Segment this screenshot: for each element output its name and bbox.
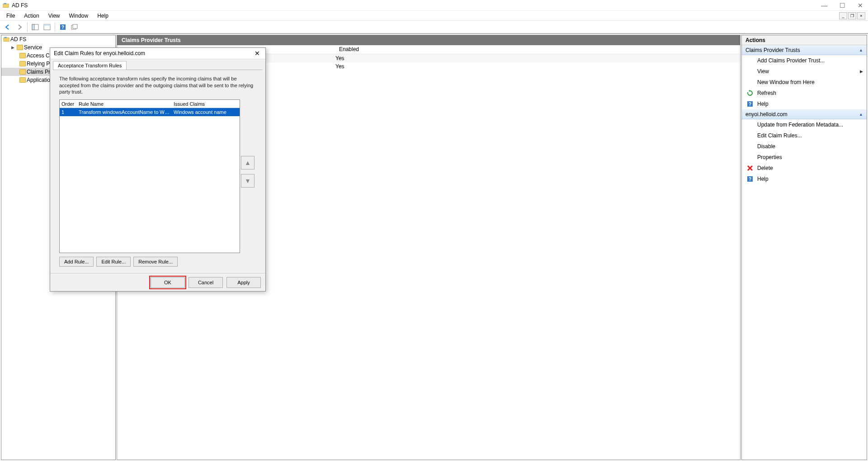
action-label: Update from Federation Metadata...	[757, 122, 843, 128]
svg-rect-0	[3, 4, 9, 7]
dialog-close-button[interactable]: ✕	[253, 50, 262, 57]
toolbar-show-hide-button[interactable]	[30, 22, 40, 32]
action-new-window[interactable]: New Window from Here	[742, 77, 867, 88]
folder-icon	[19, 69, 26, 75]
action-label: Disable	[757, 143, 775, 150]
svg-text:?: ?	[749, 102, 751, 107]
svg-rect-1	[4, 3, 6, 4]
center-header: Claims Provider Trusts	[117, 35, 740, 45]
actions-pane: Actions Claims Provider Trusts ▲ Add Cla…	[741, 35, 867, 460]
cell-rule-name: Transform windowsAccountName to Win...	[77, 109, 172, 115]
action-label: Properties	[757, 154, 782, 160]
dialog-description: The following acceptance transform rules…	[59, 75, 256, 95]
col-issued-claims[interactable]: Issued Claims	[172, 101, 240, 107]
svg-rect-11	[5, 37, 7, 38]
ok-button[interactable]: OK	[151, 277, 185, 288]
add-rule-button[interactable]: Add Rule...	[59, 257, 94, 267]
folder-icon	[17, 45, 23, 50]
remove-rule-button[interactable]: Remove Rule...	[133, 257, 178, 267]
actions-section-item[interactable]: enyoi.helloid.com ▲	[742, 109, 867, 119]
dialog-titlebar[interactable]: Edit Claim Rules for enyoi.helloid.com ✕	[50, 48, 265, 59]
tree-root[interactable]: AD FS	[1, 35, 115, 43]
actions-section-label: enyoi.helloid.com	[745, 111, 788, 118]
toolbar-new-window-button[interactable]	[70, 22, 80, 32]
action-update-federation-metadata[interactable]: Update from Federation Metadata...	[742, 119, 867, 130]
maximize-button[interactable]: ☐	[837, 2, 847, 9]
chevron-right-icon[interactable]: ▶	[11, 45, 16, 50]
action-refresh[interactable]: Refresh	[742, 88, 867, 99]
close-button[interactable]: ✕	[855, 2, 865, 9]
menubar: File Action View Window Help _ ❐ ×	[0, 11, 868, 21]
forward-button[interactable]	[14, 22, 24, 32]
menu-window[interactable]: Window	[66, 12, 92, 20]
cell-order: 1	[60, 109, 77, 115]
chevron-up-icon: ▲	[859, 112, 863, 117]
edit-claim-rules-dialog: Edit Claim Rules for enyoi.helloid.com ✕…	[50, 47, 266, 292]
delete-icon	[746, 165, 754, 172]
action-label: New Window from Here	[757, 79, 815, 85]
folder-icon	[19, 77, 26, 83]
action-properties[interactable]: Properties	[742, 152, 867, 163]
adfs-app-icon	[3, 2, 9, 9]
cancel-button[interactable]: Cancel	[189, 277, 223, 288]
toolbar-properties-button[interactable]	[42, 22, 52, 32]
svg-rect-5	[44, 24, 50, 26]
action-help-2[interactable]: ? Help	[742, 174, 867, 184]
action-label: View	[757, 68, 769, 75]
help-icon: ?	[746, 100, 754, 108]
tab-acceptance-transform-rules[interactable]: Acceptance Transform Rules	[53, 61, 127, 70]
refresh-icon	[746, 89, 754, 97]
titlebar-title: AD FS	[12, 2, 28, 9]
mdi-close-button[interactable]: ×	[857, 12, 865, 19]
menu-file[interactable]: File	[3, 12, 19, 20]
menu-help[interactable]: Help	[94, 12, 112, 20]
move-up-button[interactable]: ▲	[241, 156, 255, 169]
svg-rect-10	[4, 38, 9, 42]
action-help[interactable]: ? Help	[742, 99, 867, 109]
help-icon: ?	[746, 175, 754, 183]
cell-issued: Windows account name	[172, 109, 240, 115]
svg-text:?: ?	[61, 25, 64, 30]
mdi-minimize-button[interactable]: _	[839, 12, 847, 19]
col-rule-name[interactable]: Rule Name	[77, 101, 172, 107]
menu-action[interactable]: Action	[20, 12, 42, 20]
action-label: Help	[757, 101, 769, 107]
col-order[interactable]: Order	[60, 101, 77, 107]
folder-icon	[19, 61, 26, 66]
tree-root-label: AD FS	[10, 36, 26, 42]
chevron-right-icon: ▶	[860, 69, 863, 74]
col-enabled[interactable]: Enabled	[335, 45, 363, 54]
dialog-footer: OK Cancel Apply	[50, 273, 265, 291]
action-add-claims-provider-trust[interactable]: Add Claims Provider Trust...	[742, 55, 867, 66]
rules-list[interactable]: Order Rule Name Issued Claims 1 Transfor…	[59, 99, 240, 253]
action-label: Refresh	[757, 90, 776, 96]
rule-row[interactable]: 1 Transform windowsAccountName to Win...…	[60, 108, 240, 116]
action-disable[interactable]: Disable	[742, 141, 867, 152]
toolbar: ?	[0, 21, 868, 33]
actions-section-claims[interactable]: Claims Provider Trusts ▲	[742, 45, 867, 55]
action-delete[interactable]: Delete	[742, 163, 867, 174]
svg-text:?: ?	[749, 177, 751, 182]
action-label: Add Claims Provider Trust...	[757, 57, 825, 64]
dialog-body: The following acceptance transform rules…	[53, 70, 263, 270]
action-label: Help	[757, 176, 769, 182]
dialog-title: Edit Claim Rules for enyoi.helloid.com	[54, 50, 145, 56]
action-label: Edit Claim Rules...	[757, 132, 802, 139]
back-button[interactable]	[3, 22, 13, 32]
action-edit-claim-rules[interactable]: Edit Claim Rules...	[742, 130, 867, 141]
folder-icon	[19, 53, 26, 58]
action-label: Delete	[757, 165, 773, 171]
toolbar-help-button[interactable]: ?	[58, 22, 68, 32]
menu-view[interactable]: View	[45, 12, 64, 20]
tree-label: Service	[24, 44, 42, 51]
cell-enabled: Yes	[335, 55, 363, 61]
apply-button[interactable]: Apply	[226, 277, 261, 288]
cell-enabled: Yes	[335, 63, 363, 70]
rules-header: Order Rule Name Issued Claims	[60, 100, 240, 108]
action-view[interactable]: View ▶	[742, 66, 867, 77]
move-down-button[interactable]: ▼	[241, 174, 255, 188]
minimize-button[interactable]: —	[819, 2, 829, 9]
edit-rule-button[interactable]: Edit Rule...	[96, 257, 131, 267]
mdi-restore-button[interactable]: ❐	[848, 12, 856, 19]
svg-rect-9	[73, 24, 77, 28]
